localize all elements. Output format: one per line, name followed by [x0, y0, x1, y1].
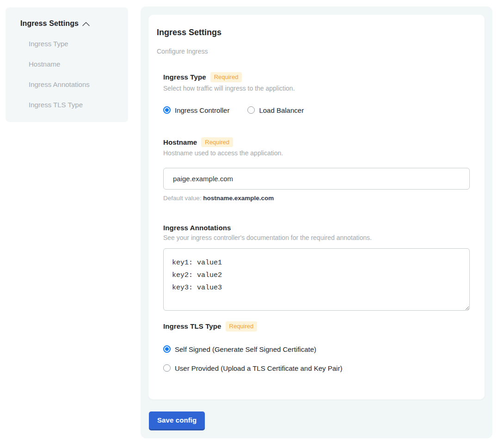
- sidebar-item-hostname[interactable]: Hostname: [29, 60, 119, 68]
- radio-selected-icon[interactable]: [163, 345, 171, 353]
- sidebar-group-toggle[interactable]: Ingress Settings: [20, 19, 119, 28]
- annotations-textarea[interactable]: key1: value1 key2: value2 key3: value3: [163, 248, 470, 311]
- ingress-type-label: Ingress Type: [163, 73, 206, 81]
- default-value: hostname.example.com: [203, 195, 274, 202]
- annotations-help: See your ingress controller's documentat…: [163, 234, 470, 241]
- card-subtitle: Configure Ingress: [157, 48, 470, 55]
- hostname-default-line: Default value: hostname.example.com: [163, 195, 470, 202]
- config-card: Ingress Settings Configure Ingress Ingre…: [148, 15, 485, 399]
- radio-label: Load Balancer: [259, 106, 304, 114]
- config-main-panel: Ingress Settings Configure Ingress Ingre…: [141, 6, 492, 438]
- radio-label: Ingress Controller: [175, 106, 229, 114]
- save-config-button[interactable]: Save config: [149, 411, 205, 429]
- radio-unselected-icon[interactable]: [163, 364, 171, 372]
- sidebar-group-title: Ingress Settings: [20, 19, 79, 28]
- hostname-input[interactable]: [163, 168, 470, 190]
- required-badge: Required: [226, 321, 258, 331]
- tls-type-label: Ingress TLS Type: [163, 322, 221, 330]
- sidebar-item-ingress-tls-type[interactable]: Ingress TLS Type: [29, 101, 119, 109]
- radio-selected-icon[interactable]: [163, 106, 171, 114]
- radio-self-signed[interactable]: Self Signed (Generate Self Signed Certif…: [163, 345, 470, 353]
- chevron-up-icon: [82, 22, 90, 26]
- default-label: Default value:: [163, 195, 203, 202]
- required-badge: Required: [210, 72, 242, 82]
- group-hostname: Hostname Required Hostname used to acces…: [163, 137, 470, 202]
- radio-label: Self Signed (Generate Self Signed Certif…: [175, 345, 316, 353]
- radio-user-provided[interactable]: User Provided (Upload a TLS Certificate …: [163, 364, 470, 372]
- sidebar-item-list: Ingress Type Hostname Ingress Annotation…: [29, 40, 119, 109]
- hostname-label: Hostname: [163, 138, 197, 146]
- config-groups: Ingress Type Required Select how traffic…: [163, 72, 470, 372]
- ingress-type-help: Select how traffic will ingress to the a…: [163, 85, 470, 92]
- sidebar-item-ingress-annotations[interactable]: Ingress Annotations: [29, 80, 119, 88]
- ingress-type-options: Ingress Controller Load Balancer: [163, 106, 470, 114]
- radio-ingress-controller[interactable]: Ingress Controller: [163, 106, 229, 114]
- hostname-help: Hostname used to access the application.: [163, 149, 470, 157]
- annotations-label: Ingress Annotations: [163, 224, 231, 232]
- sidebar-item-ingress-type[interactable]: Ingress Type: [29, 40, 119, 48]
- tls-type-options: Self Signed (Generate Self Signed Certif…: [163, 345, 470, 372]
- radio-unselected-icon[interactable]: [247, 106, 255, 114]
- config-nav-sidebar: Ingress Settings Ingress Type Hostname I…: [6, 7, 128, 122]
- group-ingress-type: Ingress Type Required Select how traffic…: [163, 72, 470, 114]
- group-ingress-annotations: Ingress Annotations See your ingress con…: [163, 224, 470, 311]
- required-badge: Required: [201, 137, 233, 147]
- radio-label: User Provided (Upload a TLS Certificate …: [175, 364, 342, 372]
- group-ingress-tls-type: Ingress TLS Type Required Self Signed (G…: [163, 321, 470, 372]
- radio-load-balancer[interactable]: Load Balancer: [247, 106, 304, 114]
- card-title: Ingress Settings: [157, 28, 470, 37]
